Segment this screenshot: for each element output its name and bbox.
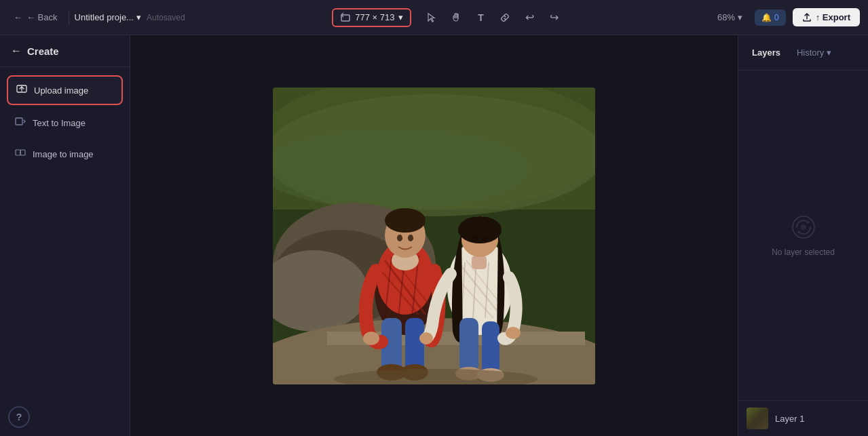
size-chevron-icon: ▾: [398, 12, 403, 22]
sidebar-item-image-to-image[interactable]: Image to image: [7, 140, 123, 167]
sidebar-item-label-text-to-image: Text to Image: [33, 118, 86, 128]
layer-list: Layer 1: [738, 400, 868, 436]
svg-rect-46: [459, 318, 478, 372]
tab-layers[interactable]: Layers: [747, 45, 786, 60]
undo-icon: ↩: [525, 11, 534, 24]
right-panel-tabs: Layers History ▾: [738, 35, 868, 71]
no-layer-area: No layer selected: [738, 71, 868, 400]
svg-point-51: [419, 332, 433, 344]
project-name-label: Untitled proje...: [75, 12, 134, 22]
svg-rect-2: [16, 118, 22, 125]
hand-tool-button[interactable]: [445, 7, 467, 28]
link-tool-button[interactable]: [494, 7, 516, 28]
upload-icon: [16, 83, 27, 97]
svg-point-27: [397, 235, 402, 241]
tab-layers-label: Layers: [752, 47, 780, 58]
canvas-image: [273, 87, 595, 384]
sidebar-header-label: Create: [27, 45, 59, 57]
image-to-image-icon: [15, 147, 26, 161]
select-tool-button[interactable]: [421, 7, 442, 28]
svg-rect-47: [482, 321, 499, 374]
text-tool-button[interactable]: T: [470, 7, 491, 28]
zoom-control[interactable]: 68% ▾: [712, 9, 748, 25]
sidebar: ← Create Upload image: [0, 35, 130, 436]
project-name[interactable]: Untitled proje... ▾: [75, 12, 141, 22]
notifications-button[interactable]: 🔔 0: [755, 9, 786, 26]
topbar-center: 777 × 713 ▾ T: [191, 7, 706, 28]
svg-point-45: [483, 236, 488, 242]
canvas-photo: [273, 87, 595, 384]
zoom-label: 68%: [717, 12, 735, 22]
topbar-left: ← ← Back Untitled proje... ▾ Autosaved: [8, 9, 185, 25]
divider: [69, 11, 69, 24]
svg-rect-41: [472, 256, 487, 269]
canvas-size-label: 777 × 713: [355, 12, 394, 22]
project-chevron-icon: ▾: [136, 12, 141, 22]
layer-item-1[interactable]: Layer 1: [738, 401, 868, 436]
svg-point-33: [363, 332, 379, 345]
no-layer-text: No layer selected: [772, 247, 835, 257]
topbar-right: 68% ▾ 🔔 0 ↑ Export: [712, 8, 860, 26]
toolbar-tools: T ↩ ↪: [421, 7, 565, 28]
bell-icon: 🔔: [761, 13, 772, 22]
svg-point-50: [506, 327, 521, 339]
link-icon: [499, 12, 510, 23]
svg-point-43: [458, 216, 502, 243]
layer-name-1: Layer 1: [775, 414, 804, 424]
sidebar-item-label-image-to-image: Image to image: [33, 149, 94, 159]
sidebar-item-upload-image[interactable]: Upload image: [7, 75, 123, 105]
sidebar-items: Upload image Text to Image: [0, 67, 130, 176]
redo-button[interactable]: ↪: [543, 7, 565, 28]
tab-history[interactable]: History ▾: [791, 45, 837, 60]
back-arrow-icon: ←: [14, 12, 22, 22]
resize-icon: [340, 12, 351, 23]
svg-point-26: [385, 208, 426, 233]
layer-thumb-1: [747, 408, 768, 429]
help-button[interactable]: ?: [8, 406, 30, 428]
svg-rect-4: [21, 150, 26, 155]
sidebar-item-label-upload: Upload image: [34, 85, 88, 96]
back-button[interactable]: ← ← Back: [8, 9, 63, 25]
history-chevron-icon: ▾: [827, 47, 831, 58]
autosaved-label: Autosaved: [147, 13, 185, 22]
undo-button[interactable]: ↩: [518, 7, 540, 28]
text-to-image-icon: [15, 116, 26, 130]
zoom-chevron-icon: ▾: [738, 12, 742, 22]
redo-icon: ↪: [550, 11, 559, 24]
tab-history-label: History: [797, 47, 824, 58]
notif-count-label: 0: [774, 13, 779, 22]
svg-point-28: [408, 235, 413, 241]
history-tab-content: History ▾: [797, 47, 831, 58]
no-layer-icon: [790, 214, 817, 241]
right-panel: Layers History ▾ No layer selected: [738, 35, 868, 436]
export-icon: [802, 13, 812, 22]
canvas-size-button[interactable]: 777 × 713 ▾: [332, 8, 411, 27]
hand-icon: [451, 12, 461, 23]
back-label: ← Back: [26, 12, 58, 22]
export-label: ↑ Export: [816, 12, 850, 22]
sidebar-bottom: ?: [0, 398, 130, 436]
topbar: ← ← Back Untitled proje... ▾ Autosaved 7…: [0, 0, 868, 35]
canvas-area[interactable]: [130, 35, 738, 436]
sidebar-header: ← Create: [0, 35, 130, 67]
main-area: ← Create Upload image: [0, 35, 868, 436]
svg-point-54: [801, 224, 806, 230]
help-icon: ?: [16, 412, 22, 422]
text-icon: T: [478, 12, 484, 23]
svg-point-44: [472, 235, 478, 241]
export-button[interactable]: ↑ Export: [793, 8, 860, 26]
select-icon: [426, 12, 437, 23]
sidebar-item-text-to-image[interactable]: Text to Image: [7, 109, 123, 136]
sidebar-back-arrow-icon: ←: [11, 45, 22, 57]
